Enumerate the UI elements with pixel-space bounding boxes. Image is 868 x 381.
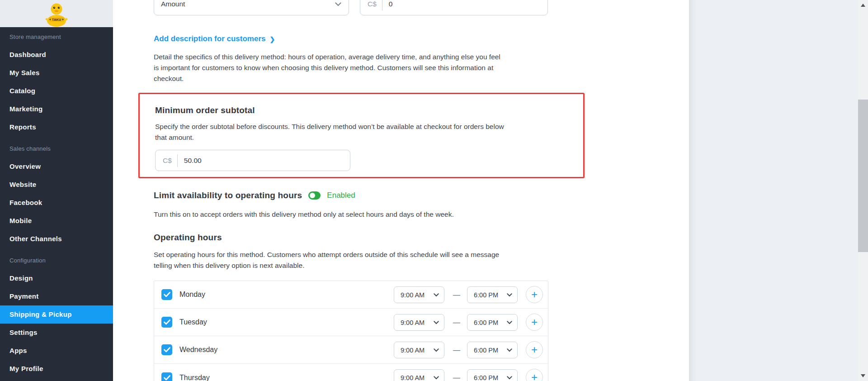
sidebar-item-overview[interactable]: Overview (0, 157, 113, 176)
sidebar-item-design[interactable]: Design (0, 269, 113, 287)
sidebar-item-reports[interactable]: Reports (0, 118, 113, 136)
chevron-down-icon (434, 376, 439, 380)
availability-title: Limit availability to operating hours (154, 190, 302, 200)
page-background-gutter (689, 0, 858, 381)
day-checkbox[interactable] (161, 372, 172, 381)
nav-section-label: Store management (0, 27, 113, 46)
time-range-separator: — (448, 364, 465, 381)
chevron-down-icon (434, 348, 439, 352)
minimum-subtotal-value: 50.00 (184, 157, 202, 165)
day-label: Monday (179, 291, 205, 299)
vertical-scrollbar[interactable] (858, 0, 868, 381)
time-range-separator: — (448, 281, 465, 309)
day-label: Wednesday (179, 346, 217, 354)
sidebar-item-mobile[interactable]: Mobile (0, 212, 113, 230)
availability-status-badge: Enabled (327, 191, 355, 200)
sidebar-item-my-sales[interactable]: My Sales (0, 64, 113, 82)
chevron-down-icon (434, 321, 439, 324)
chevron-down-icon (507, 348, 512, 352)
checkmark-icon (164, 375, 170, 381)
start-time-select[interactable]: 9:00 AM (394, 286, 444, 303)
enabled-toggle-icon[interactable] (308, 191, 321, 200)
minimum-order-title: Minimum order subtotal (155, 105, 583, 115)
start-time-select[interactable]: 9:00 AM (394, 314, 444, 331)
operating-hours-table: Monday 9:00 AM — 6:00 PM + Tuesday 9:00 … (154, 281, 548, 381)
sidebar-item-payment[interactable]: Payment (0, 287, 113, 305)
operating-hours-row: Tuesday 9:00 AM — 6:00 PM + (154, 309, 548, 336)
nav-section-label: Configuration (0, 248, 113, 269)
end-time-select[interactable]: 6:00 PM (467, 314, 518, 331)
chevron-down-icon (507, 293, 512, 297)
checkmark-icon (164, 347, 170, 352)
availability-header-row: Limit availability to operating hours En… (154, 190, 355, 200)
delivery-description-text: Detail the specifics of this delivery me… (154, 52, 570, 84)
availability-description: Turn this on to accept orders with this … (154, 209, 570, 220)
sidebar-item-apps[interactable]: Apps (0, 342, 113, 360)
add-time-slot-button[interactable]: + (526, 314, 543, 331)
chevron-down-icon (507, 321, 512, 324)
toggle-knob (310, 193, 315, 198)
app-root: TAKU Store managementDashboardMy SalesCa… (0, 0, 868, 381)
sidebar-item-my-profile[interactable]: My Profile (0, 360, 113, 378)
day-checkbox[interactable] (161, 317, 172, 328)
add-time-slot-button[interactable]: + (526, 369, 543, 381)
end-time-select[interactable]: 6:00 PM (467, 286, 518, 303)
end-time-select[interactable]: 6:00 PM (467, 369, 518, 381)
rate-amount-value: 0 (389, 0, 393, 8)
time-range-separator: — (448, 336, 465, 364)
minimum-subtotal-input[interactable]: C$ 50.00 (155, 150, 350, 171)
sidebar-nav: Store managementDashboardMy SalesCatalog… (0, 27, 113, 378)
rate-condition-select[interactable]: Amount (154, 0, 349, 15)
svg-text:TAKU: TAKU (52, 18, 61, 22)
sidebar-item-dashboard[interactable]: Dashboard (0, 46, 113, 64)
operating-hours-row: Wednesday 9:00 AM — 6:00 PM + (154, 336, 548, 364)
add-description-label: Add description for customers (154, 34, 265, 43)
chevron-down-icon (507, 376, 512, 380)
start-time-select[interactable]: 9:00 AM (394, 369, 444, 381)
rate-amount-input[interactable]: C$ 0 (360, 0, 548, 15)
sidebar: TAKU Store managementDashboardMy SalesCa… (0, 0, 113, 381)
chevron-down-icon (335, 2, 341, 6)
sidebar-item-catalog[interactable]: Catalog (0, 82, 113, 100)
sidebar-item-shipping-pickup[interactable]: Shipping & Pickup (0, 305, 113, 324)
chevron-down-icon (434, 293, 439, 297)
operating-hours-description: Set operating hours for this method. Cus… (154, 249, 570, 271)
main-content: Amount C$ 0 Add description for customer… (113, 0, 689, 381)
operating-hours-title: Operating hours (154, 233, 222, 243)
currency-prefix: C$ (163, 157, 172, 165)
add-description-link[interactable]: Add description for customers ❯ (154, 34, 275, 43)
sidebar-item-marketing[interactable]: Marketing (0, 100, 113, 118)
input-divider (177, 154, 178, 167)
sidebar-header: TAKU (0, 0, 113, 27)
rate-condition-value: Amount (161, 0, 185, 8)
day-label: Thursday (179, 374, 210, 381)
day-label: Tuesday (179, 318, 207, 326)
input-divider (382, 0, 382, 10)
add-time-slot-button[interactable]: + (526, 341, 543, 358)
add-time-slot-button[interactable]: + (526, 286, 543, 303)
duck-logo-icon: TAKU (45, 2, 68, 28)
checkmark-icon (164, 319, 170, 325)
currency-prefix: C$ (368, 0, 377, 8)
start-time-select[interactable]: 9:00 AM (394, 342, 444, 358)
end-time-select[interactable]: 6:00 PM (467, 342, 518, 358)
scrollbar-up-arrow-icon[interactable] (861, 4, 865, 7)
scrollbar-thumb[interactable] (858, 100, 868, 252)
sidebar-item-settings[interactable]: Settings (0, 324, 113, 342)
minimum-order-description: Specify the order subtotal before discou… (155, 121, 571, 143)
operating-hours-row: Monday 9:00 AM — 6:00 PM + (154, 281, 548, 309)
checkmark-icon (164, 292, 170, 297)
time-range-separator: — (448, 309, 465, 336)
chevron-right-icon: ❯ (269, 36, 275, 43)
day-checkbox[interactable] (161, 289, 172, 300)
store-logo-duck[interactable]: TAKU (45, 2, 68, 28)
minimum-order-subtotal-section: Minimum order subtotal Specify the order… (138, 93, 585, 178)
nav-section-label: Sales channels (0, 136, 113, 157)
operating-hours-row: Thursday 9:00 AM — 6:00 PM + (154, 364, 548, 381)
sidebar-item-facebook[interactable]: Facebook (0, 194, 113, 212)
sidebar-item-other-channels[interactable]: Other Channels (0, 230, 113, 248)
sidebar-item-website[interactable]: Website (0, 176, 113, 194)
scrollbar-down-arrow-icon[interactable] (861, 374, 865, 377)
day-checkbox[interactable] (161, 344, 172, 355)
